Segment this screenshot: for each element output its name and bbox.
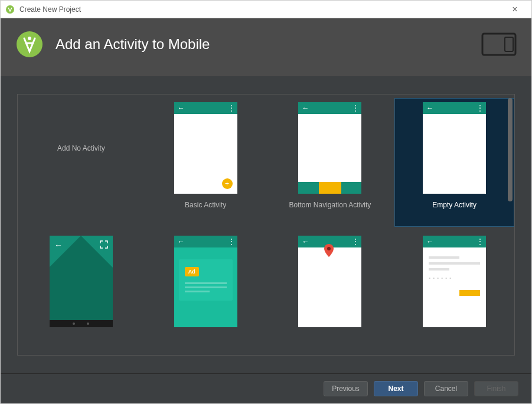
activity-label: Basic Activity bbox=[185, 201, 226, 209]
back-arrow-icon: ← bbox=[54, 240, 63, 250]
back-arrow-icon: ← bbox=[302, 237, 309, 246]
overflow-icon: ⋮ bbox=[476, 237, 482, 246]
map-pin-icon bbox=[324, 244, 334, 259]
activity-card-bottom-nav[interactable]: ← ⋮ Bottom Navigation Activity bbox=[270, 98, 390, 227]
window-title: Create New Project bbox=[19, 5, 503, 14]
back-arrow-icon: ← bbox=[426, 104, 433, 112]
activity-preview: ← ⋮ Ad bbox=[174, 236, 237, 327]
device-icon bbox=[481, 32, 517, 56]
activity-card-admob[interactable]: ← ⋮ Ad bbox=[146, 232, 266, 352]
activity-card-empty[interactable]: ← ⋮ Empty Activity bbox=[394, 98, 514, 227]
activity-preview: ← ⋮ + bbox=[174, 102, 237, 194]
svg-point-5 bbox=[327, 247, 331, 250]
ad-badge: Ad bbox=[185, 267, 199, 276]
activity-gallery: Add No Activity ← ⋮ + Basic Activit bbox=[17, 94, 515, 356]
content-area: Add No Activity ← ⋮ + Basic Activit bbox=[1, 76, 531, 373]
wizard-window: Create New Project × Add an Activity to … bbox=[0, 0, 532, 404]
scrollbar[interactable] bbox=[508, 98, 513, 201]
fullscreen-icon bbox=[100, 240, 108, 251]
svg-point-2 bbox=[28, 37, 31, 40]
android-studio-icon bbox=[5, 5, 15, 14]
cancel-button[interactable]: Cancel bbox=[424, 381, 468, 396]
activity-card-fullscreen[interactable]: ← bbox=[21, 232, 141, 352]
activity-card-login[interactable]: ← ⋮ • • • • • • bbox=[394, 232, 514, 352]
activity-card-basic[interactable]: ← ⋮ + Basic Activity bbox=[146, 98, 266, 227]
activity-preview: ← bbox=[50, 236, 113, 327]
wizard-header: Add an Activity to Mobile bbox=[1, 18, 531, 76]
overflow-icon: ⋮ bbox=[352, 237, 358, 246]
activity-preview: ← ⋮ • • • • • • bbox=[423, 236, 486, 327]
activity-preview: Add No Activity bbox=[50, 102, 113, 194]
svg-rect-4 bbox=[505, 37, 513, 51]
activity-label: Add No Activity bbox=[57, 144, 105, 152]
back-arrow-icon: ← bbox=[302, 104, 309, 112]
close-icon[interactable]: × bbox=[503, 1, 527, 18]
overflow-icon: ⋮ bbox=[476, 104, 482, 112]
wizard-footer: Previous Next Cancel Finish bbox=[1, 373, 531, 403]
activity-card-maps[interactable]: ← ⋮ bbox=[270, 232, 390, 352]
activity-label: Empty Activity bbox=[432, 201, 476, 209]
previous-button[interactable]: Previous bbox=[324, 381, 368, 396]
overflow-icon: ⋮ bbox=[228, 237, 234, 246]
activity-label: Bottom Navigation Activity bbox=[289, 201, 371, 209]
next-button[interactable]: Next bbox=[374, 381, 418, 396]
bottom-nav-icon bbox=[298, 182, 361, 194]
page-title: Add an Activity to Mobile bbox=[56, 36, 481, 53]
overflow-icon: ⋮ bbox=[352, 104, 358, 112]
back-arrow-icon: ← bbox=[178, 104, 185, 112]
overflow-icon: ⋮ bbox=[228, 104, 234, 112]
svg-point-0 bbox=[6, 5, 14, 14]
finish-button: Finish bbox=[474, 381, 518, 396]
activity-card-no-activity[interactable]: Add No Activity bbox=[21, 98, 141, 227]
back-arrow-icon: ← bbox=[178, 237, 185, 246]
activity-preview: ← ⋮ bbox=[298, 102, 361, 194]
activity-preview: ← ⋮ bbox=[423, 102, 486, 194]
fab-icon: + bbox=[222, 178, 233, 189]
titlebar: Create New Project × bbox=[1, 1, 531, 18]
activity-preview: ← ⋮ bbox=[298, 236, 361, 327]
back-arrow-icon: ← bbox=[426, 237, 433, 246]
android-studio-logo-icon bbox=[15, 30, 44, 58]
